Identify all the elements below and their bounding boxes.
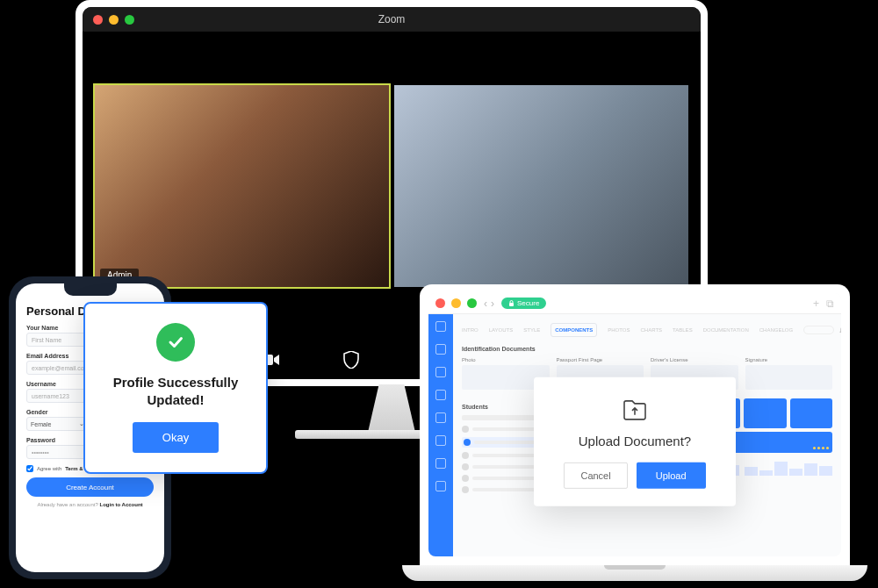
- check-icon: [156, 323, 195, 362]
- tab-tables[interactable]: TABLES: [673, 327, 693, 333]
- tab-docs[interactable]: DOCUMENTATION: [703, 327, 749, 333]
- window-titlebar: Zoom: [83, 7, 701, 32]
- doc-card-label: Passport First Page: [557, 357, 644, 362]
- svg-rect-4: [509, 303, 514, 306]
- video-tile-admin[interactable]: Admin: [95, 85, 389, 287]
- upload-modal: Upload Document? Cancel Upload: [534, 377, 736, 506]
- add-tab-icon[interactable]: +: [813, 298, 819, 310]
- nav-item[interactable]: [435, 390, 446, 400]
- create-account-button[interactable]: Create Account: [26, 477, 154, 497]
- nav-item[interactable]: [435, 321, 446, 332]
- gender-select[interactable]: Female⌄: [26, 417, 89, 431]
- laptop: ‹ › Secure + ⧉: [402, 284, 867, 581]
- cancel-button[interactable]: Cancel: [564, 463, 627, 489]
- browser-chrome: ‹ › Secure + ⧉: [428, 293, 841, 314]
- bell-icon[interactable]: [839, 326, 841, 334]
- window-title: Zoom: [83, 13, 701, 25]
- tab-layouts[interactable]: LAYOUTS: [489, 327, 514, 333]
- nav-forward-icon[interactable]: ›: [491, 298, 494, 310]
- upload-icon: [621, 395, 649, 423]
- nav-back-icon[interactable]: ‹: [484, 298, 487, 310]
- tab-changelog[interactable]: CHANGELOG: [759, 327, 793, 333]
- search-input[interactable]: [803, 326, 833, 334]
- doc-card-label: Photo: [462, 357, 550, 362]
- tabs-icon[interactable]: ⧉: [826, 298, 834, 310]
- section-title: Identification Documents: [462, 346, 832, 352]
- agree-checkbox[interactable]: [26, 465, 33, 472]
- doc-card-label: Driver's License: [651, 357, 738, 362]
- close-icon[interactable]: [435, 298, 445, 308]
- tab-components[interactable]: COMPONENTS: [551, 323, 597, 337]
- tab-charts[interactable]: CHARTS: [641, 327, 663, 333]
- modal-message: Profile Successfully Updated!: [99, 374, 252, 408]
- okay-button[interactable]: Okay: [133, 422, 219, 453]
- tab-style[interactable]: STYLE: [523, 327, 540, 333]
- nav-item[interactable]: [435, 481, 446, 491]
- doc-card-label: Signature: [745, 357, 833, 362]
- nav-item[interactable]: [435, 344, 446, 355]
- secure-badge: Secure: [501, 298, 546, 309]
- maximize-icon[interactable]: [467, 298, 477, 308]
- tab-photos[interactable]: PHOTOS: [608, 327, 630, 333]
- top-tabs: INTRO LAYOUTS STYLE COMPONENTS PHOTOS CH…: [462, 319, 832, 341]
- shield-icon[interactable]: [342, 350, 361, 369]
- upload-title: Upload Document?: [550, 434, 720, 448]
- tab-intro[interactable]: INTRO: [462, 327, 479, 333]
- field-label: Gender: [26, 409, 89, 415]
- video-tile-guest[interactable]: [394, 85, 688, 287]
- minimize-icon[interactable]: [451, 298, 461, 308]
- upload-button[interactable]: Upload: [637, 463, 706, 489]
- nav-item[interactable]: [435, 367, 446, 377]
- nav-item[interactable]: [435, 435, 446, 446]
- upload-placeholder[interactable]: [745, 365, 833, 390]
- side-rail: [428, 314, 453, 556]
- nav-item[interactable]: [435, 458, 446, 469]
- nav-item[interactable]: [435, 412, 446, 423]
- profile-success-modal: Profile Successfully Updated! Okay: [83, 302, 268, 474]
- login-link[interactable]: Login to Account: [99, 502, 142, 507]
